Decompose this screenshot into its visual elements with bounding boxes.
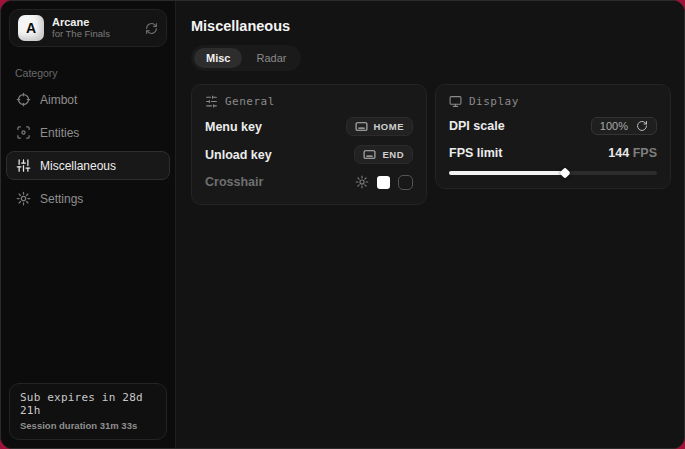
brand-text: Arcane for The Finals (52, 16, 137, 40)
monitor-icon (449, 95, 462, 108)
display-card: Display DPI scale 100% FPS limit (435, 84, 671, 189)
card-row: General Menu key HOME Unload key (191, 84, 671, 205)
fps-slider-fill (449, 171, 565, 175)
fps-limit-value: 144 FPS (608, 146, 657, 160)
menu-key-row: Menu key HOME (205, 117, 413, 136)
session-duration-text: Session duration 31m 33s (20, 420, 156, 431)
dpi-scale-label: DPI scale (449, 119, 505, 133)
display-card-header: Display (449, 95, 657, 108)
fps-limit-slider[interactable] (449, 171, 657, 175)
fps-slider-thumb[interactable] (560, 167, 571, 178)
crosshair-color-swatch[interactable] (377, 176, 390, 189)
brand-subtitle: for The Finals (52, 29, 137, 40)
keyboard-icon (355, 120, 368, 133)
unload-key-value: END (382, 149, 404, 160)
sidebar: A Arcane for The Finals Category (1, 1, 176, 448)
brand-card: A Arcane for The Finals (9, 9, 167, 47)
sidebar-item-entities[interactable]: Entities (6, 118, 170, 147)
tab-misc[interactable]: Misc (194, 48, 242, 68)
sidebar-item-label: Aimbot (40, 93, 77, 107)
sidebar-item-label: Entities (40, 126, 79, 140)
menu-key-value: HOME (374, 121, 405, 132)
fps-unit: FPS (633, 146, 657, 160)
sync-icon[interactable] (145, 22, 158, 35)
fps-number: 144 (608, 146, 629, 160)
brand-logo: A (18, 15, 44, 41)
crosshair-settings-gear-icon[interactable] (355, 175, 369, 189)
dpi-scale-value: 100% (600, 120, 628, 132)
general-card: General Menu key HOME Unload key (191, 84, 427, 205)
brand-title: Arcane (52, 16, 137, 29)
tab-radar[interactable]: Radar (244, 48, 298, 68)
sub-expiry-text: Sub expires in 28d 21h (20, 391, 156, 417)
tab-bar: Misc Radar (191, 45, 301, 71)
sidebar-item-aimbot[interactable]: Aimbot (6, 85, 170, 114)
category-label: Category (15, 67, 161, 79)
app-window: A Arcane for The Finals Category (0, 0, 685, 449)
menu-key-button[interactable]: HOME (346, 117, 414, 136)
crosshair-controls (355, 175, 413, 190)
unload-key-row: Unload key END (205, 145, 413, 164)
general-sliders-icon (205, 95, 218, 108)
crosshair-row: Crosshair (205, 173, 413, 191)
general-card-header: General (205, 95, 413, 108)
sidebar-item-label: Settings (40, 192, 83, 206)
sidebar-item-miscellaneous[interactable]: Miscellaneous (6, 151, 170, 180)
general-card-title: General (225, 95, 275, 108)
fps-limit-row: FPS limit 144 FPS (449, 144, 657, 162)
sidebar-item-label: Miscellaneous (40, 159, 116, 173)
main-content: Miscellaneous Misc Radar General (176, 1, 685, 448)
crosshair-checkbox[interactable] (398, 175, 413, 190)
crosshair-icon (16, 92, 31, 107)
keyboard-icon (363, 148, 376, 161)
dpi-scale-row: DPI scale 100% (449, 117, 657, 135)
dpi-scale-button[interactable]: 100% (591, 117, 657, 135)
sidebar-nav: Aimbot Entities (1, 85, 175, 213)
unload-key-button[interactable]: END (354, 145, 413, 164)
gear-icon (16, 191, 31, 206)
sliders-icon (16, 158, 31, 173)
fps-limit-label: FPS limit (449, 146, 502, 160)
page-title: Miscellaneous (191, 18, 671, 34)
unload-key-label: Unload key (205, 148, 272, 162)
display-card-title: Display (469, 95, 519, 108)
subscription-status-card: Sub expires in 28d 21h Session duration … (9, 383, 167, 440)
scan-eye-icon (16, 125, 31, 140)
rotate-reset-icon[interactable] (636, 120, 648, 132)
sidebar-item-settings[interactable]: Settings (6, 184, 170, 213)
crosshair-label: Crosshair (205, 175, 263, 189)
menu-key-label: Menu key (205, 120, 262, 134)
